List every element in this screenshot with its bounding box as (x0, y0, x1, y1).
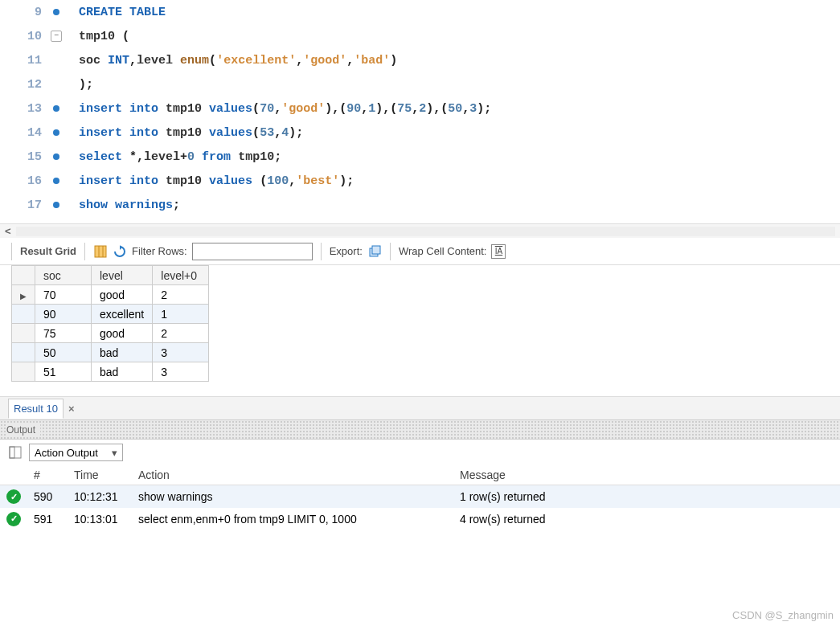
output-column-header[interactable]: Time (68, 465, 132, 485)
svg-rect-5 (10, 447, 21, 458)
svg-rect-4 (372, 246, 380, 254)
code-text[interactable]: select *,level+0 from tmp10; (64, 150, 281, 164)
column-header[interactable]: level (92, 266, 153, 285)
line-number: 11 (0, 54, 48, 68)
output-layout-icon[interactable] (8, 445, 23, 460)
line-number: 12 (0, 78, 48, 92)
code-text[interactable]: tmp10 ( (64, 30, 129, 43)
output-column-header[interactable] (0, 465, 27, 485)
result-grid-table[interactable]: soclevellevel+070good290excellent175good… (11, 265, 209, 382)
statement-marker-icon (53, 153, 59, 160)
output-column-header[interactable]: Message (453, 465, 840, 485)
code-text[interactable]: insert into tmp10 values(53,4); (64, 126, 303, 140)
filter-rows-input[interactable] (192, 243, 313, 260)
result-tabs: Result 10 × (0, 396, 840, 420)
row-selector[interactable] (12, 343, 35, 362)
code-text[interactable]: soc INT,level enum('excellent','good','b… (64, 54, 397, 68)
refresh-icon[interactable] (113, 244, 127, 259)
row-selector[interactable] (12, 324, 35, 343)
sql-editor[interactable]: 9CREATE TABLE10−tmp10 (11soc INT,level e… (0, 0, 840, 223)
result-grid-label: Result Grid (20, 245, 76, 257)
svg-rect-0 (95, 246, 106, 257)
code-text[interactable]: CREATE TABLE (64, 6, 166, 19)
wrap-cell-icon[interactable]: IA (491, 244, 506, 259)
code-line[interactable]: 17show warnings; (0, 193, 840, 217)
output-row[interactable]: ✓59010:12:31show warnings1 row(s) return… (0, 485, 840, 508)
wrap-cell-label: Wrap Cell Content: (399, 245, 487, 257)
row-selector[interactable] (12, 285, 35, 305)
line-number: 15 (0, 150, 48, 164)
export-label: Export: (330, 245, 363, 257)
code-line[interactable]: 9CREATE TABLE (0, 0, 840, 24)
code-line[interactable]: 14insert into tmp10 values(53,4); (0, 121, 840, 145)
code-line[interactable]: 10−tmp10 ( (0, 24, 840, 48)
output-table[interactable]: #TimeActionMessage✓59010:12:31show warni… (0, 465, 840, 530)
code-line[interactable]: 13insert into tmp10 values(70,'good'),(9… (0, 96, 840, 121)
code-line[interactable]: 12); (0, 72, 840, 96)
statement-marker-icon (53, 129, 59, 136)
line-number: 9 (0, 6, 48, 19)
code-line[interactable]: 11soc INT,level enum('excellent','good',… (0, 48, 840, 72)
output-controls: Action Output (0, 440, 840, 465)
row-selector[interactable] (12, 362, 35, 382)
table-row[interactable]: 51bad3 (12, 362, 209, 382)
code-text[interactable]: insert into tmp10 values(70,'good'),(90,… (64, 102, 491, 116)
statement-marker-icon (53, 178, 59, 184)
code-line[interactable]: 15select *,level+0 from tmp10; (0, 145, 840, 169)
output-panel-header: Output (0, 420, 840, 440)
close-icon[interactable]: × (68, 403, 75, 415)
code-text[interactable]: insert into tmp10 values (100,'best'); (64, 174, 354, 188)
output-type-select[interactable]: Action Output (29, 444, 123, 461)
line-number: 16 (0, 174, 48, 188)
line-number: 13 (0, 102, 48, 116)
statement-marker-icon (53, 105, 59, 112)
export-icon[interactable] (367, 244, 382, 259)
column-header[interactable]: soc (35, 266, 92, 285)
result-tab-10[interactable]: Result 10 (8, 399, 64, 419)
editor-scroll-left[interactable]: < (0, 223, 840, 238)
result-grid-toolbar: Result Grid Filter Rows: Export: Wrap Ce… (0, 238, 840, 265)
table-row[interactable]: 50bad3 (12, 343, 209, 362)
table-row[interactable]: 70good2 (12, 285, 209, 305)
code-text[interactable]: ); (64, 78, 93, 92)
line-number: 14 (0, 126, 48, 140)
table-row[interactable]: 90excellent1 (12, 305, 209, 324)
fold-icon[interactable]: − (51, 31, 62, 42)
line-number: 17 (0, 198, 48, 212)
output-column-header[interactable]: Action (132, 465, 453, 485)
code-text[interactable]: show warnings; (64, 198, 180, 212)
grid-view-icon[interactable] (93, 244, 108, 259)
statement-marker-icon (53, 9, 59, 15)
svg-rect-6 (10, 447, 14, 458)
statement-marker-icon (53, 202, 59, 208)
table-row[interactable]: 75good2 (12, 324, 209, 343)
column-header[interactable]: level+0 (153, 266, 209, 285)
line-number: 10 (0, 30, 48, 43)
row-selector[interactable] (12, 305, 35, 324)
watermark: CSDN @S_zhangmin (732, 609, 834, 621)
filter-rows-label: Filter Rows: (132, 245, 187, 257)
code-line[interactable]: 16insert into tmp10 values (100,'best'); (0, 169, 840, 193)
status-ok-icon: ✓ (6, 512, 21, 526)
status-ok-icon: ✓ (6, 489, 21, 504)
output-row[interactable]: ✓59110:13:01select enm,enm+0 from tmp9 L… (0, 508, 840, 530)
output-column-header[interactable]: # (27, 465, 68, 485)
